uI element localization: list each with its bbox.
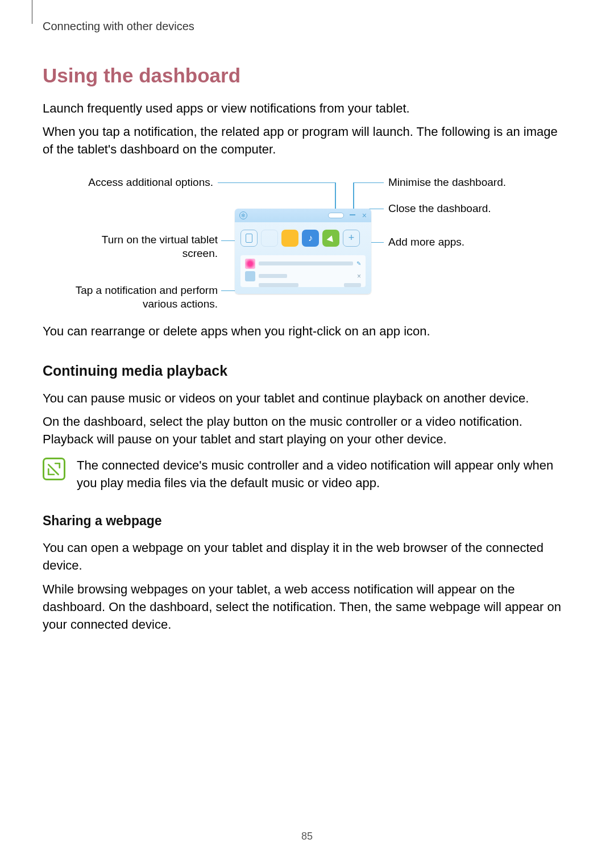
notif-thumb-1	[245, 259, 255, 269]
dashboard-mock: ✻ × ♪ + ✎	[235, 209, 371, 294]
intro-paragraph-2: When you tap a notification, the related…	[43, 123, 571, 158]
close-icon: ×	[362, 211, 367, 220]
rearrange-paragraph: You can rearrange or delete apps when yo…	[43, 322, 571, 340]
heading-sharing-webpage: Sharing a webpage	[43, 513, 571, 529]
note-block: The connected device's music controller …	[43, 456, 571, 492]
callout-notif: Tap a notification and perform various a…	[54, 284, 218, 312]
note-icon	[43, 458, 65, 480]
media-paragraph-1: You can pause music or videos on your ta…	[43, 389, 571, 407]
callout-addapps: Add more apps.	[388, 235, 464, 250]
page-number: 85	[0, 830, 614, 842]
heading-using-dashboard: Using the dashboard	[43, 64, 571, 87]
callout-virtual: Turn on the virtual tablet screen.	[71, 233, 218, 261]
note-text: The connected device's music controller …	[77, 456, 571, 492]
callout-options: Access additional options.	[71, 176, 213, 190]
intro-paragraph-1: Launch frequently used apps or view noti…	[43, 99, 571, 117]
gear-icon: ✻	[239, 211, 247, 219]
app-slot-empty	[261, 230, 278, 247]
slider-icon	[328, 213, 344, 218]
share-icon	[322, 230, 339, 247]
callout-minimise: Minimise the dashboard.	[388, 176, 506, 190]
header-rule	[32, 0, 32, 24]
heading-media-playback: Continuing media playback	[43, 363, 571, 379]
virtual-tablet-icon	[240, 230, 258, 247]
share-paragraph-2: While browsing webpages on your tablet, …	[43, 580, 571, 634]
minimise-icon	[350, 214, 355, 215]
app-icon-yellow	[281, 230, 298, 247]
breadcrumb: Connecting with other devices	[43, 20, 571, 33]
add-apps-icon: +	[343, 230, 360, 247]
dashboard-diagram: Access additional options. Turn on the v…	[43, 175, 571, 314]
share-paragraph-1: You can open a webpage on your tablet an…	[43, 539, 571, 574]
dismiss-icon: ×	[357, 272, 361, 280]
callout-close: Close the dashboard.	[388, 202, 491, 216]
music-icon: ♪	[302, 230, 319, 247]
notification-panel: ✎ ×	[240, 255, 366, 287]
notif-thumb-2	[245, 271, 255, 281]
media-paragraph-2: On the dashboard, select the play button…	[43, 413, 571, 448]
